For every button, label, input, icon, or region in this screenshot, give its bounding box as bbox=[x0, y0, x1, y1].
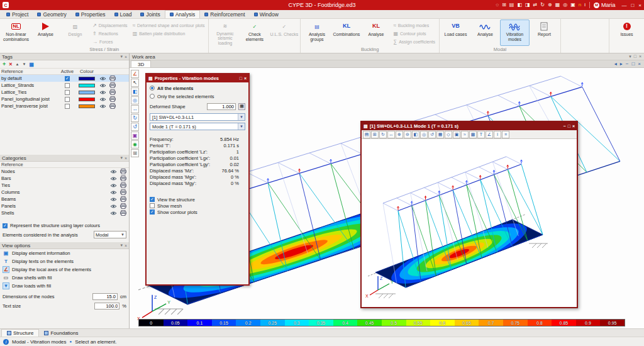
titlebar-icon[interactable]: ▦ bbox=[555, 2, 560, 8]
view-option-icon[interactable]: ∠ bbox=[3, 266, 9, 273]
display-check-row[interactable]: View the structure bbox=[150, 196, 245, 203]
mode-window-titlebar[interactable]: ▤ [1] SW+DL+0.3-LL1 Mode 1 (T = 0.171 s)… bbox=[362, 122, 577, 130]
buckling-modes-button[interactable]: ≈Buckling modes bbox=[392, 22, 436, 29]
batten-plate-button[interactable]: ▥Batten plate distribution bbox=[131, 30, 206, 37]
eye-icon[interactable] bbox=[109, 204, 118, 209]
titlebar-icon[interactable]: ◎ bbox=[563, 2, 567, 8]
view-option-row[interactable]: ▭ Draw shells with fill bbox=[0, 274, 129, 282]
buckling-analyse-button[interactable]: KL Analyse bbox=[361, 20, 391, 46]
category-row[interactable]: Shells bbox=[0, 209, 129, 216]
view-tool-button[interactable]: ↺ bbox=[131, 123, 139, 131]
view-option-row[interactable]: ▣ Display element information bbox=[0, 249, 129, 257]
tag-active-checkbox[interactable] bbox=[65, 97, 70, 102]
titlebar-icon[interactable]: n bbox=[579, 2, 581, 8]
analyse-button[interactable]: Analyse bbox=[31, 20, 60, 46]
eye-icon[interactable] bbox=[109, 197, 118, 202]
printer-icon[interactable] bbox=[118, 176, 128, 181]
contour-plots-button[interactable]: ▦Contour plots bbox=[392, 30, 436, 37]
ribbon-tab[interactable]: Window bbox=[250, 10, 283, 18]
work-area-header-icon[interactable]: ▾ bbox=[629, 54, 631, 59]
ribbon-tab[interactable]: Load bbox=[110, 10, 136, 18]
tag-active-checkbox[interactable] bbox=[65, 104, 70, 109]
mode-tool-button[interactable]: T bbox=[477, 131, 485, 138]
close-button[interactable]: × bbox=[638, 3, 641, 8]
view-tool-button[interactable]: ↔ bbox=[131, 105, 139, 113]
mode-3d-view[interactable]: Z Y X bbox=[362, 139, 577, 307]
eye-icon[interactable] bbox=[109, 183, 118, 188]
user-menu[interactable]: M Maria bbox=[589, 2, 616, 8]
titlebar-icon[interactable]: i bbox=[584, 2, 586, 8]
mode-tool-button[interactable]: ▤ bbox=[363, 131, 370, 138]
view-tab-icon[interactable]: ◂ bbox=[614, 61, 617, 67]
chevron-down-icon[interactable]: ▾ bbox=[120, 54, 123, 59]
view-tool-button[interactable]: ↻ bbox=[131, 114, 139, 122]
eye-icon[interactable] bbox=[109, 176, 118, 181]
titlebar-icon[interactable]: ⇄ bbox=[533, 2, 538, 8]
mode-tool-button[interactable]: ↻ bbox=[379, 131, 387, 138]
titlebar-icon[interactable]: ↻ bbox=[540, 2, 545, 8]
printer-icon[interactable] bbox=[108, 82, 117, 88]
close-icon[interactable]: × bbox=[125, 156, 127, 160]
tag-row[interactable]: Lattice_Ties bbox=[0, 89, 129, 96]
vibration-modes-button[interactable]: Vibration modes bbox=[500, 20, 530, 46]
delete-tag-button[interactable]: × bbox=[9, 61, 12, 67]
mode-tool-button[interactable]: ◎ bbox=[420, 131, 428, 138]
ribbon-tab[interactable]: Project bbox=[2, 10, 33, 18]
mode-tool-button[interactable]: ≈ bbox=[461, 131, 469, 138]
layers-icon[interactable]: ▦ bbox=[29, 62, 34, 67]
eye-icon[interactable] bbox=[109, 190, 118, 195]
chevron-down-icon[interactable]: ▾ bbox=[120, 155, 123, 160]
view-tab-icon[interactable]: □ bbox=[631, 61, 635, 67]
tag-row[interactable]: Panel_longitudinal joist bbox=[0, 96, 129, 103]
reactions-button[interactable]: ⇑Reactions bbox=[91, 30, 129, 37]
close-icon[interactable]: × bbox=[125, 243, 127, 248]
tag-active-checkbox[interactable] bbox=[65, 90, 70, 95]
ribbon-tab[interactable]: Joints bbox=[136, 10, 164, 18]
maximize-button[interactable]: □ bbox=[631, 3, 634, 8]
printer-icon[interactable] bbox=[118, 203, 128, 209]
printer-icon[interactable] bbox=[108, 103, 117, 109]
mode-tool-button[interactable]: i bbox=[494, 131, 501, 138]
view-tool-button[interactable]: ▣ bbox=[131, 131, 139, 140]
properties-dialog-titlebar[interactable]: ▤ Properties - Vibration modes □ × bbox=[147, 74, 248, 82]
printer-icon[interactable] bbox=[108, 89, 117, 95]
elements-considered-select[interactable]: Modal ▼ bbox=[94, 231, 126, 238]
mode-tool-button[interactable]: ▩ bbox=[469, 131, 477, 138]
titlebar-icon[interactable]: ⊞ bbox=[502, 2, 506, 8]
printer-icon[interactable] bbox=[108, 96, 117, 102]
represent-layers-checkbox[interactable] bbox=[3, 223, 8, 228]
eye-icon[interactable] bbox=[109, 211, 118, 216]
category-row[interactable]: Bars bbox=[0, 175, 129, 182]
mode-tool-button[interactable]: ▦ bbox=[436, 131, 444, 138]
tag-colour-swatch[interactable] bbox=[79, 91, 95, 94]
mode-combo[interactable]: Mode 1 (T = 0.171 s) ▼ bbox=[150, 123, 245, 130]
modal-analyse-button[interactable]: Analyse bbox=[470, 20, 500, 46]
titlebar-icon[interactable]: ▣ bbox=[570, 2, 575, 8]
view-tool-button[interactable]: ◧ bbox=[131, 87, 139, 96]
view-option-icon[interactable]: ▼ bbox=[3, 282, 9, 289]
analysis-groups-button[interactable]: ▤ Analysis groups bbox=[302, 20, 331, 46]
category-row[interactable]: Ties bbox=[0, 182, 129, 189]
tag-row[interactable]: Panel_transverse joist bbox=[0, 103, 129, 109]
radio-icon[interactable] bbox=[150, 94, 155, 99]
ribbon-tab[interactable]: Geometry bbox=[33, 10, 70, 18]
checkbox[interactable] bbox=[150, 197, 155, 202]
tag-colour-swatch[interactable] bbox=[79, 84, 95, 87]
eye-icon[interactable] bbox=[98, 76, 108, 81]
tag-colour-swatch[interactable] bbox=[79, 104, 95, 108]
mode-tool-button[interactable]: ⊞ bbox=[371, 131, 379, 138]
view-option-icon[interactable]: ▭ bbox=[3, 274, 9, 281]
design-button[interactable]: ▨ Design bbox=[60, 20, 90, 46]
titlebar-icon[interactable]: ⊕ bbox=[548, 2, 552, 8]
printer-icon[interactable] bbox=[118, 169, 128, 174]
tag-active-checkbox[interactable] bbox=[65, 83, 70, 88]
view-option-row[interactable]: T Display texts on the elements bbox=[0, 257, 129, 265]
maximize-icon[interactable]: □ bbox=[568, 124, 570, 128]
move-down-button[interactable]: ▼ bbox=[22, 62, 26, 66]
issues-button[interactable]: ! Issues bbox=[612, 20, 641, 46]
close-icon[interactable]: × bbox=[572, 124, 575, 128]
deformed-shape-button[interactable]: ≈Deformed shape and contour plots bbox=[131, 22, 206, 29]
eye-icon[interactable] bbox=[98, 104, 108, 109]
radio-all-elements[interactable]: All the elements bbox=[150, 85, 245, 91]
buckling-combinations-button[interactable]: KL Combinations bbox=[331, 20, 361, 46]
